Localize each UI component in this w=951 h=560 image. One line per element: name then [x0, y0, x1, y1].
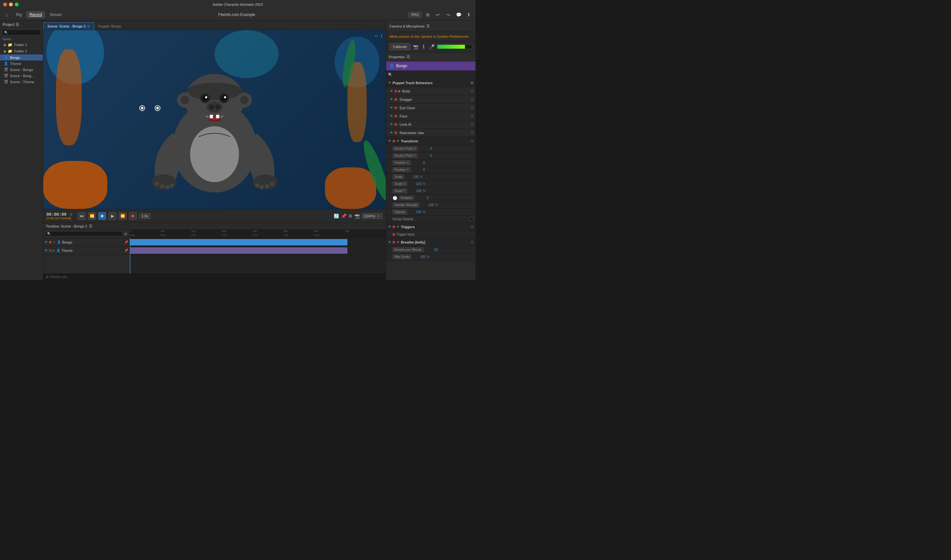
project-item-folder1[interactable]: ▶ 📁 Folder 1 [0, 42, 43, 48]
scene-tab-menu-icon[interactable]: ☰ [87, 25, 90, 28]
undo-icon[interactable]: ↩ [434, 11, 442, 19]
tab-rig[interactable]: Rig [13, 11, 25, 18]
puppet-search-input[interactable] [388, 72, 473, 77]
limb-ik-visibility-icon[interactable]: 👁 [390, 123, 393, 126]
stop-button[interactable]: ⏹ [98, 212, 106, 220]
scale-x-label[interactable]: Scale X [393, 182, 407, 186]
project-item-scene-bongo[interactable]: 🎬 Scene - Bongo [0, 66, 43, 72]
maximize-button[interactable] [15, 3, 18, 6]
limb-ik-behavior-menu[interactable]: ☰ [471, 123, 473, 126]
project-menu-icon[interactable]: ☰ [16, 22, 19, 27]
speed-display[interactable]: 1.0x [139, 213, 151, 219]
position-y-label[interactable]: Position Y [393, 168, 411, 172]
behavior-face[interactable]: 👁 Face ☰ [386, 112, 476, 120]
previous-frame-button[interactable]: ⏪ [88, 212, 96, 220]
left-eye-control[interactable] [139, 105, 145, 111]
body-visibility-icon[interactable]: 👁 [390, 89, 393, 93]
bongo-track-record-icon[interactable]: 📌 [124, 240, 128, 244]
tab-record[interactable]: Record [26, 11, 45, 18]
rotation-label[interactable]: Rotation [399, 195, 415, 200]
puppet-track-behaviors-header[interactable]: ▼ Puppet Track Behaviors ⊕ [386, 79, 476, 87]
dragger-behavior-menu[interactable]: ☰ [471, 98, 473, 101]
timeline-menu-icon[interactable]: ☰ [89, 224, 92, 228]
behavior-eye-gaze[interactable]: 👁 Eye Gaze ☰ [386, 104, 476, 112]
breathe-menu-icon[interactable]: ☰ [471, 240, 473, 244]
breathe-section-header[interactable]: 👁 ▼ Breathe [belly] ☰ [386, 238, 476, 246]
home-icon[interactable]: ⌂ [3, 10, 12, 19]
track-row-thorne[interactable]: 👁 ▶ 👤 Thorne 📌 [43, 246, 129, 255]
behavior-nutcracker-jaw[interactable]: 👁 Nutcracker Jaw ☰ [386, 129, 476, 137]
opacity-label[interactable]: Opacity [393, 209, 407, 214]
zoom-display[interactable]: (104%) ▼ [362, 213, 383, 219]
anchor-point-x-label[interactable]: Anchor Point X [393, 146, 418, 151]
thorne-visibility-icon[interactable]: 👁 [45, 249, 48, 252]
nutcracker-jaw-behavior-menu[interactable]: ☰ [471, 131, 473, 134]
skip-to-start-button[interactable]: ⏮ [78, 212, 85, 220]
right-eye-control[interactable] [155, 105, 160, 111]
loop-icon[interactable]: 🔄 [334, 214, 339, 218]
body-expand-icon[interactable]: ▶ [398, 89, 401, 93]
anchor-point-y-label[interactable]: Anchor Point Y [393, 153, 418, 158]
nutcracker-jaw-visibility-icon[interactable]: 👁 [390, 131, 393, 134]
breathe-expand-icon[interactable]: ▼ [396, 240, 399, 244]
bongo-visibility-icon[interactable]: 👁 [45, 240, 48, 244]
tab-stream[interactable]: Stream [46, 11, 65, 18]
triggers-visibility-icon[interactable]: 👁 [388, 225, 391, 228]
handle-strength-label[interactable]: Handle Strength [393, 203, 419, 208]
resize-icon[interactable]: ↕ [381, 33, 383, 38]
dragger-visibility-icon[interactable]: 👁 [390, 98, 393, 101]
position-x-label[interactable]: Position X [393, 160, 411, 165]
transform-visibility-icon[interactable]: 👁 [388, 139, 391, 143]
body-behavior-menu[interactable]: ☰ [471, 89, 473, 93]
scale-y-label[interactable]: Scale Y [393, 188, 407, 193]
thorne-clip[interactable] [130, 248, 347, 254]
triggers-menu-icon[interactable]: ☰ [471, 225, 473, 228]
behavior-limb-ik[interactable]: 👁 Limb IK ☰ [386, 120, 476, 129]
transform-expand-icon[interactable]: ▼ [396, 139, 399, 143]
bongo-expand-icon[interactable]: ▼ [53, 241, 56, 244]
behavior-body[interactable]: 👁 ▶ Body ☰ [386, 87, 476, 95]
project-search-input[interactable] [2, 29, 41, 35]
project-item-folder2[interactable]: ▶ 📁 Folder 2 [0, 48, 43, 54]
transform-section-header[interactable]: 👁 ▼ Transform ☰ [386, 137, 476, 145]
behavior-dragger[interactable]: 👁 Dragger ☰ [386, 95, 476, 104]
webcam-icon[interactable]: 📸 [355, 214, 360, 218]
triggers-expand-icon[interactable]: ▼ [396, 225, 399, 228]
face-behavior-menu[interactable]: ☰ [471, 114, 473, 118]
group-opacity-checkbox[interactable] [470, 217, 473, 221]
breathe-visibility-icon[interactable]: 👁 [388, 240, 391, 244]
properties-menu-icon[interactable]: ☰ [407, 55, 410, 59]
timeline-search-input[interactable] [45, 231, 123, 237]
transform-menu-icon[interactable]: ☰ [471, 139, 473, 143]
project-item-scene-bongo2[interactable]: 🎬 Scene - Bong... [0, 72, 43, 79]
record-settings-icon[interactable]: ⚙ [348, 214, 353, 218]
calibrate-button[interactable]: Calibrate [389, 43, 410, 50]
project-item-bongo[interactable]: 👤 Bongo [0, 54, 43, 60]
redo-icon[interactable]: ↪ [444, 11, 452, 19]
puppet-pin-icon[interactable]: 📌 [341, 214, 347, 218]
thorne-track-record-icon[interactable]: 📌 [124, 249, 128, 252]
thorne-expand-icon[interactable]: ▶ [53, 249, 55, 252]
bongo-clip[interactable] [130, 239, 347, 245]
max-scale-label[interactable]: Max Scale [393, 254, 412, 259]
play-button[interactable]: ▶ [109, 212, 116, 220]
track-row-bongo[interactable]: 👁 ▼ 👤 Bongo 📌 [43, 238, 129, 246]
export-icon[interactable]: ⬆ [465, 11, 473, 19]
eye-gaze-visibility-icon[interactable]: 👁 [390, 106, 393, 109]
scale-label[interactable]: Scale [393, 174, 404, 179]
minimize-button[interactable] [9, 3, 13, 6]
eye-gaze-behavior-menu[interactable]: ☰ [471, 106, 473, 109]
resize-horizontal-icon[interactable]: ↔ [374, 33, 379, 38]
scene-tab-bongo2[interactable]: Scene: Scene - Bongo 2 ☰ [43, 22, 94, 30]
next-frame-button[interactable]: ⏩ [119, 212, 126, 220]
record-button[interactable]: ⏺ [129, 212, 137, 220]
add-behavior-button[interactable]: ⊕ [470, 81, 473, 85]
triggers-section-header[interactable]: 👁 ▼ Triggers ☰ [386, 223, 476, 231]
project-item-thorne[interactable]: 👤 Thorne [0, 60, 43, 66]
breaths-per-minute-label[interactable]: Breaths per Minute [393, 248, 424, 252]
project-item-scene-thorne[interactable]: 🎬 Scene - Thorne [0, 79, 43, 85]
close-button[interactable] [3, 3, 7, 6]
cam-mic-menu-icon[interactable]: ☰ [427, 24, 430, 28]
layout-icon[interactable]: ⊞ [424, 11, 432, 19]
face-visibility-icon[interactable]: 👁 [390, 114, 393, 118]
